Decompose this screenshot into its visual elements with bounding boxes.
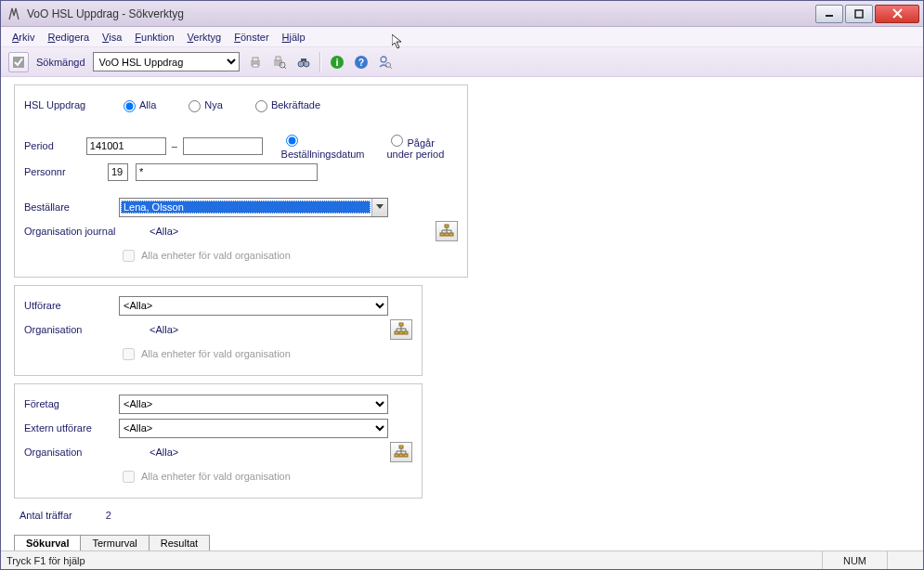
radio-pagar[interactable]: Pågår under period — [386, 132, 457, 160]
radio-nya[interactable]: Nya — [184, 97, 223, 112]
radio-alla[interactable]: Alla — [119, 97, 156, 112]
utforare-select[interactable]: <Alla> — [119, 296, 388, 316]
org-label-3: Organisation — [24, 447, 147, 458]
org-journal-label: Organisation journal — [24, 226, 147, 237]
sokmangd-label: Sökmängd — [36, 57, 85, 68]
svg-rect-24 — [445, 233, 449, 236]
extern-utforare-select[interactable]: <Alla> — [119, 419, 388, 438]
print-preview-icon[interactable] — [271, 54, 288, 71]
extern-utforare-label: Extern utförare — [24, 422, 119, 434]
radio-pagar-input[interactable] — [391, 135, 403, 147]
menu-verktyg[interactable]: Verktyg — [182, 30, 228, 45]
personnr-input[interactable] — [136, 163, 318, 181]
menu-redigera[interactable]: Redigera — [42, 30, 95, 45]
svg-rect-40 — [399, 446, 403, 448]
svg-rect-25 — [449, 233, 453, 236]
titlebar: VoO HSL Uppdrag - Sökverktyg — [1, 1, 923, 27]
help-icon[interactable]: ? — [353, 54, 370, 71]
toolbar: Sökmängd VoO HSL Uppdrag i ? — [1, 47, 923, 77]
alla-enheter-label-3: Alla enheter för vald organisation — [141, 471, 291, 482]
utforare-label: Utförare — [24, 300, 119, 311]
personnr-label: Personnr — [24, 166, 108, 177]
org-value-2[interactable]: <Alla> — [150, 324, 178, 335]
app-icon — [7, 6, 21, 21]
radio-nya-input[interactable] — [189, 100, 201, 112]
bestallare-value: Lena, Olsson — [121, 201, 371, 214]
menu-funktion[interactable]: Funktion — [129, 30, 179, 45]
svg-point-13 — [304, 61, 309, 67]
svg-text:?: ? — [358, 58, 364, 68]
info-icon[interactable]: i — [329, 54, 345, 71]
toggle-checkmark-icon[interactable] — [8, 52, 29, 72]
svg-rect-9 — [276, 57, 280, 60]
maximize-button[interactable] — [845, 5, 873, 23]
alla-enheter-label-2: Alla enheter för vald organisation — [141, 348, 291, 359]
binoculars-icon[interactable] — [295, 54, 312, 71]
sokmangd-select[interactable]: VoO HSL Uppdrag — [93, 52, 240, 71]
radio-bestallningsdatum[interactable]: Beställningsdatum — [281, 132, 365, 160]
foretag-select[interactable]: <Alla> — [119, 395, 388, 414]
panel-utforare: Utförare <Alla> Organisation <Alla> Alla… — [14, 285, 423, 376]
alla-enheter-checkbox-2 — [123, 348, 135, 360]
panel-hsl-uppdrag: HSL Uppdrag Alla Nya Bekräftade Period –… — [14, 84, 468, 278]
tab-termurval[interactable]: Termurval — [80, 535, 149, 551]
org-value-3[interactable]: <Alla> — [150, 447, 178, 458]
chevron-down-icon — [371, 199, 387, 216]
svg-rect-1 — [855, 10, 863, 18]
menu-visa[interactable]: Visa — [97, 30, 127, 45]
toolbar-separator — [319, 52, 321, 72]
bestallare-select[interactable]: Lena, Olsson — [119, 198, 388, 217]
svg-rect-32 — [395, 331, 398, 334]
radio-bekraftade-input[interactable] — [255, 100, 267, 112]
statusbar: Tryck F1 för hjälp NUM — [1, 551, 923, 569]
svg-point-19 — [381, 57, 386, 62]
print-icon[interactable] — [247, 54, 264, 71]
org-tree-button-3[interactable] — [390, 442, 412, 462]
svg-point-20 — [385, 62, 390, 67]
tabs: Sökurval Termurval Resultat — [14, 535, 209, 551]
svg-rect-31 — [399, 323, 403, 326]
bestallare-label: Beställare — [24, 201, 119, 213]
tab-resultat[interactable]: Resultat — [149, 535, 210, 551]
period-label: Period — [24, 140, 86, 151]
user-search-icon[interactable] — [377, 54, 394, 71]
minimize-button[interactable] — [815, 5, 843, 23]
status-num: NUM — [822, 551, 887, 569]
org-journal-value[interactable]: <Alla> — [150, 226, 178, 237]
svg-rect-33 — [399, 331, 403, 334]
svg-rect-7 — [253, 64, 258, 67]
close-button[interactable] — [875, 5, 919, 23]
svg-line-11 — [284, 67, 286, 69]
hsl-uppdrag-label: HSL Uppdrag — [24, 99, 119, 110]
client-area: HSL Uppdrag Alla Nya Bekräftade Period –… — [1, 77, 923, 551]
radio-alla-input[interactable] — [124, 100, 136, 112]
svg-point-12 — [298, 61, 304, 67]
personnr-century-input[interactable] — [108, 163, 128, 181]
menu-fonster[interactable]: Fönster — [228, 30, 274, 45]
foretag-label: Företag — [24, 398, 119, 409]
antal-traffar-label: Antal träffar — [20, 510, 72, 521]
alla-enheter-checkbox-3 — [123, 471, 135, 483]
panel-foretag: Företag <Alla> Extern utförare <Alla> Or… — [14, 383, 423, 499]
antal-traffar-value: 2 — [106, 510, 111, 521]
svg-line-21 — [390, 67, 392, 69]
org-label-2: Organisation — [24, 324, 147, 335]
svg-rect-6 — [253, 58, 258, 61]
svg-rect-23 — [440, 233, 444, 236]
menu-arkiv[interactable]: Arkiv — [7, 30, 40, 45]
menu-hjalp[interactable]: Hjälp — [277, 30, 311, 45]
svg-rect-14 — [301, 58, 306, 61]
status-empty — [887, 551, 917, 569]
radio-bestallningsdatum-input[interactable] — [286, 135, 298, 147]
menubar: Arkiv Redigera Visa Funktion Verktyg Fön… — [1, 27, 923, 47]
tab-sokurval[interactable]: Sökurval — [14, 535, 81, 551]
alla-enheter-label-1: Alla enheter för vald organisation — [141, 250, 291, 261]
org-journal-tree-button[interactable] — [436, 221, 458, 241]
svg-rect-41 — [395, 454, 398, 457]
svg-rect-34 — [404, 331, 408, 334]
period-to-input[interactable] — [183, 137, 263, 155]
radio-bekraftade[interactable]: Bekräftade — [251, 97, 320, 112]
status-help-text: Tryck F1 för hjälp — [7, 555, 85, 566]
org-tree-button-2[interactable] — [390, 319, 412, 340]
period-from-input[interactable] — [86, 137, 166, 155]
